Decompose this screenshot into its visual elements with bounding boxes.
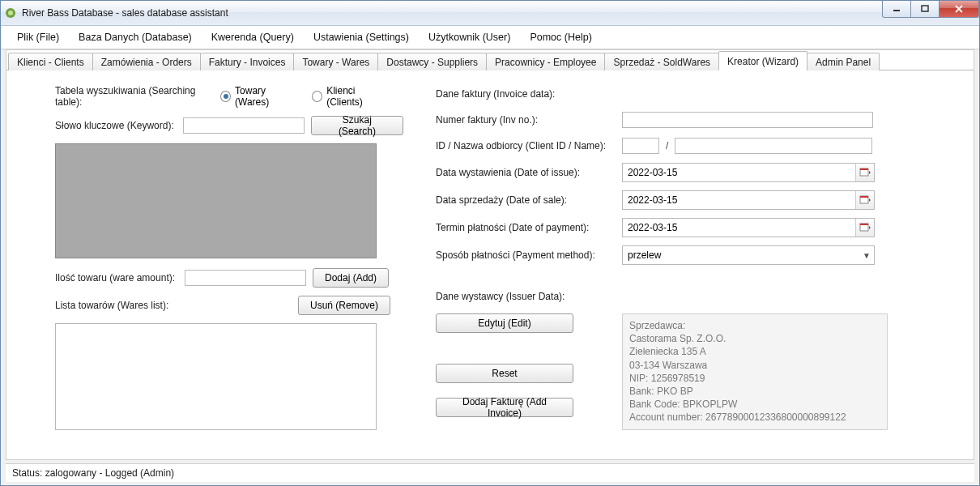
window-controls — [883, 1, 979, 18]
wares-list-label: Lista towarów (Wares list): — [55, 300, 298, 311]
menu-settings[interactable]: Ustawienia (Settings) — [304, 28, 419, 46]
svg-rect-3 — [922, 6, 928, 11]
radio-wares-label: Towary (Wares) — [235, 85, 297, 108]
reset-button[interactable]: Reset — [436, 364, 573, 383]
radio-clients[interactable]: Klienci (Clients) — [312, 85, 389, 108]
tab-orders[interactable]: Zamówienia - Orders — [92, 53, 201, 70]
radio-clients-label: Klienci (Clients) — [326, 85, 389, 108]
ware-amount-label: Ilość towaru (ware amount): — [55, 272, 185, 284]
status-text: Status: zalogowany - Logged (Admin) — [12, 467, 174, 479]
add-button[interactable]: Dodaj (Add) — [313, 268, 389, 288]
menu-file[interactable]: Plik (File) — [7, 28, 69, 46]
tab-admin[interactable]: Admin Panel — [807, 53, 880, 70]
client-name-input[interactable] — [675, 138, 872, 154]
menu-bar: Plik (File) Baza Danych (Database) Kwere… — [1, 26, 979, 49]
menu-query[interactable]: Kwerenda (Query) — [202, 28, 304, 46]
client-area: Klienci - Clients Zamówienia - Orders Fa… — [6, 49, 974, 460]
invoice-data-label: Dane faktury (Invoice data): — [436, 88, 622, 100]
menu-help[interactable]: Pomoc (Help) — [520, 28, 601, 46]
tab-soldwares[interactable]: Sprzedaż - SoldWares — [604, 53, 719, 70]
status-bar: Status: zalogowany - Logged (Admin) — [6, 463, 974, 482]
edit-button[interactable]: Edytuj (Edit) — [436, 313, 573, 333]
date-issue-label: Data wystawienia (Date of issue): — [436, 167, 622, 178]
svg-rect-5 — [860, 168, 868, 170]
remove-button[interactable]: Usuń (Remove) — [298, 296, 390, 315]
wares-list-box[interactable] — [55, 323, 377, 430]
keyword-input[interactable] — [183, 117, 305, 134]
keyword-label: Słowo kluczowe (Keyword): — [55, 120, 183, 131]
payment-method-value: przelew — [623, 249, 859, 261]
issuer-line: Bank Code: BPKOPLPW — [629, 398, 880, 411]
search-button[interactable]: Szukaj (Search) — [311, 116, 403, 135]
tab-invoices[interactable]: Faktury - Invoices — [200, 53, 295, 70]
date-payment-value: 2022-03-15 — [623, 222, 855, 233]
menu-database[interactable]: Baza Danych (Database) — [69, 28, 202, 46]
client-id-label: ID / Nazwa odbiorcy (Client ID / Name): — [436, 140, 622, 151]
client-id-input[interactable] — [622, 138, 659, 154]
svg-rect-2 — [893, 10, 900, 11]
chevron-down-icon: ▼ — [859, 251, 874, 260]
menu-user[interactable]: Użytkownik (User) — [419, 28, 520, 46]
app-icon — [4, 6, 17, 19]
minimize-button[interactable] — [882, 1, 911, 18]
issuer-line: 03-134 Warszawa — [629, 359, 880, 372]
svg-point-1 — [8, 11, 13, 15]
inv-no-label: Numer faktury (Inv no.): — [436, 114, 622, 126]
wizard-panel: Tabela wyszukiwania (Searching table): T… — [6, 70, 974, 459]
tab-clients[interactable]: Klienci - Clients — [8, 53, 93, 70]
date-sale-value: 2022-03-15 — [623, 194, 855, 206]
date-payment-label: Termin płatności (Date of payment): — [436, 222, 622, 233]
calendar-icon[interactable] — [855, 191, 874, 209]
issuer-line: Sprzedawca: — [629, 319, 880, 332]
payment-method-select[interactable]: przelew ▼ — [622, 245, 875, 265]
calendar-icon[interactable] — [855, 219, 874, 237]
svg-rect-9 — [860, 224, 868, 225]
app-window: River Bass Database - sales database ass… — [0, 0, 980, 486]
title-bar: River Bass Database - sales database ass… — [1, 1, 979, 26]
tab-strip: Klienci - Clients Zamówienia - Orders Fa… — [6, 50, 974, 70]
payment-method-label: Sposób płatności (Payment method): — [436, 249, 622, 261]
issuer-label: Dane wystawcy (Issuer Data): — [436, 291, 622, 302]
issuer-line: Bank: PKO BP — [629, 385, 880, 398]
invoice-section: Dane faktury (Invoice data): Numer faktu… — [436, 85, 956, 438]
inv-no-input[interactable] — [622, 112, 873, 128]
search-results-box[interactable] — [55, 143, 377, 258]
issuer-data-box: Sprzedawca: Castorama Sp. Z.O.O. Zieleni… — [622, 313, 888, 430]
window-title: River Bass Database - sales database ass… — [22, 7, 976, 19]
issuer-line: NIP: 1256978519 — [629, 372, 880, 385]
issuer-line: Account number: 267789000123368000008991… — [629, 411, 880, 424]
maximize-button[interactable] — [910, 1, 940, 18]
slash-separator: / — [666, 140, 668, 151]
calendar-icon[interactable] — [855, 164, 874, 181]
date-sale-label: Data sprzedaży (Date of sale): — [436, 194, 622, 206]
date-sale-picker[interactable]: 2022-03-15 — [622, 190, 875, 210]
search-section: Tabela wyszukiwania (Searching table): T… — [55, 85, 403, 438]
add-invoice-button[interactable]: Dodaj Fakturę (Add Invoice) — [436, 398, 573, 417]
issuer-line: Zieleniecka 135 A — [629, 345, 880, 358]
ware-amount-input[interactable] — [185, 270, 306, 286]
date-payment-picker[interactable]: 2022-03-15 — [622, 218, 875, 237]
tab-employee[interactable]: Pracownicy - Employee — [486, 53, 605, 70]
date-issue-value: 2022-03-15 — [623, 167, 855, 178]
search-table-label: Tabela wyszukiwania (Searching table): — [55, 85, 220, 108]
date-issue-picker[interactable]: 2022-03-15 — [622, 163, 875, 182]
radio-wares[interactable]: Towary (Wares) — [220, 85, 297, 108]
tab-wares[interactable]: Towary - Wares — [293, 53, 378, 70]
close-button[interactable] — [939, 1, 979, 18]
tab-suppliers[interactable]: Dostawcy - Suppliers — [377, 53, 487, 70]
tab-wizard[interactable]: Kreator (Wizard) — [718, 51, 807, 70]
issuer-line: Castorama Sp. Z.O.O. — [629, 332, 880, 345]
svg-rect-7 — [860, 196, 868, 198]
